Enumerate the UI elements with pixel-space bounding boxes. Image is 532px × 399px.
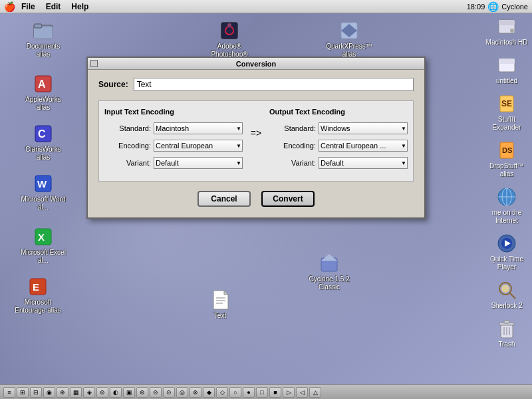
icon-appleworks-alias[interactable]: A AppleWorks alias bbox=[20, 73, 66, 112]
icon-stuffit[interactable]: SE StuffIt Expander bbox=[484, 93, 529, 132]
icon-macintosh-hd[interactable]: Macintosh HD bbox=[484, 16, 529, 47]
taskbar-btn-14[interactable]: ◎ bbox=[176, 387, 188, 398]
taskbar-btn-5[interactable]: ⊕ bbox=[57, 387, 68, 398]
input-standard-select-wrapper: Macintosh Windows bbox=[154, 122, 243, 134]
taskbar-btn-1[interactable]: ≡ bbox=[3, 387, 15, 398]
taskbar-btn-17[interactable]: ◇ bbox=[216, 387, 228, 398]
svg-text:A: A bbox=[38, 78, 46, 90]
taskbar-btn-18[interactable]: ○ bbox=[229, 387, 241, 398]
text-doc-icon bbox=[209, 289, 231, 311]
taskbar-btn-3[interactable]: ⊟ bbox=[30, 387, 42, 398]
input-encoding-field: Encoding: Central European Western Europ… bbox=[104, 140, 243, 152]
dialog-title: Conversion bbox=[236, 60, 277, 68]
icon-text-doc-label: Text bbox=[214, 312, 226, 320]
taskbar-btn-2[interactable]: ⊞ bbox=[17, 387, 29, 398]
svg-text:C: C bbox=[38, 128, 46, 140]
icon-dropstuff[interactable]: DS DropStuff™ alias bbox=[484, 140, 529, 178]
dialog-close-button[interactable] bbox=[90, 60, 98, 67]
svg-text:W: W bbox=[37, 178, 47, 190]
conversion-dialog: Conversion Source: Input Text Encoding S… bbox=[86, 57, 426, 219]
msentourage-icon: E bbox=[27, 276, 49, 297]
icon-msentourage-alias[interactable]: E Microsoft Entourage alias bbox=[15, 276, 61, 315]
input-encoding-select[interactable]: Central European Western European bbox=[154, 140, 243, 152]
input-variant-field: Variant: Default bbox=[104, 157, 243, 169]
icon-quicktime-player[interactable]: Quick Time Player bbox=[484, 233, 529, 271]
quarkxpress-icon bbox=[338, 20, 360, 41]
output-encoding-select[interactable]: Central European ... Western European bbox=[319, 140, 408, 152]
icon-stuffit-label: StuffIt Expander bbox=[484, 116, 529, 132]
icon-claris-alias[interactable]: C ClarisWorks alias bbox=[20, 123, 66, 162]
svg-text:DS: DS bbox=[502, 146, 512, 154]
untitled-drive-icon bbox=[496, 55, 517, 76]
input-standard-label: Standard: bbox=[104, 124, 151, 132]
menu-time: 18:09 bbox=[467, 3, 485, 11]
taskbar-btn-13[interactable]: ⊙ bbox=[163, 387, 175, 398]
folder-icon bbox=[33, 20, 54, 41]
cancel-button[interactable]: Cancel bbox=[198, 191, 251, 207]
taskbar-btn-11[interactable]: ⊛ bbox=[136, 387, 148, 398]
arrow-icon: => bbox=[251, 128, 261, 138]
input-encoding-label: Encoding: bbox=[104, 142, 151, 150]
apple-menu[interactable]: 🍎 bbox=[3, 1, 16, 12]
quicktime-icon bbox=[496, 233, 517, 254]
sherlock-icon bbox=[496, 279, 517, 301]
taskbar-btn-9[interactable]: ◐ bbox=[110, 387, 122, 398]
menu-file[interactable]: File bbox=[16, 2, 41, 11]
output-standard-select-wrapper: Windows Macintosh bbox=[319, 122, 408, 134]
menu-help[interactable]: Help bbox=[66, 2, 94, 11]
input-encoding-select-wrapper: Central European Western European bbox=[154, 140, 243, 152]
icon-cyclone-classic[interactable]: Cyclone 1.5.2 Classic bbox=[306, 253, 352, 291]
svg-line-42 bbox=[510, 293, 515, 299]
dialog-body: Source: Input Text Encoding Standard: Ma… bbox=[88, 70, 424, 217]
output-variant-field: Variant: Default bbox=[269, 157, 408, 169]
icon-appleworks-label: AppleWorks alias bbox=[20, 96, 66, 112]
output-variant-select[interactable]: Default bbox=[319, 157, 408, 169]
source-row: Source: bbox=[98, 78, 414, 91]
network-icon: 🌐 bbox=[487, 1, 499, 12]
source-input[interactable] bbox=[134, 78, 414, 91]
svg-text:X: X bbox=[38, 231, 45, 243]
taskbar-btn-15[interactable]: ⊗ bbox=[190, 387, 201, 398]
icon-untitled-label: untitled bbox=[496, 77, 517, 85]
desktop: 🍎 File Edit Help 18:09 🌐 Cyclone Documen… bbox=[0, 0, 532, 399]
svg-point-27 bbox=[510, 29, 514, 33]
icon-me-internet[interactable]: me on the Internet bbox=[484, 186, 529, 225]
icon-text-doc[interactable]: Text bbox=[197, 289, 243, 320]
input-variant-select[interactable]: Default bbox=[154, 157, 243, 169]
taskbar-btn-8[interactable]: ⊜ bbox=[96, 387, 108, 398]
output-standard-select[interactable]: Windows Macintosh bbox=[319, 122, 408, 134]
taskbar-btn-22[interactable]: ▷ bbox=[283, 387, 295, 398]
taskbar-btn-7[interactable]: ◈ bbox=[83, 387, 95, 398]
taskbar-btn-16[interactable]: ◆ bbox=[203, 387, 215, 398]
encoding-panels: Input Text Encoding Standard: Macintosh … bbox=[98, 100, 414, 182]
cyclone-icon bbox=[319, 253, 340, 274]
taskbar-btn-6[interactable]: ▦ bbox=[70, 387, 82, 398]
output-standard-field: Standard: Windows Macintosh bbox=[269, 122, 408, 134]
input-encoding-panel: Input Text Encoding Standard: Macintosh … bbox=[104, 108, 243, 174]
taskbar-btn-24[interactable]: △ bbox=[309, 387, 321, 398]
icon-msword-alias[interactable]: W Microsoft Word al... bbox=[20, 173, 66, 211]
taskbar-btn-19[interactable]: ● bbox=[243, 387, 255, 398]
taskbar-btn-10[interactable]: ▣ bbox=[123, 387, 135, 398]
taskbar-btn-4[interactable]: ◉ bbox=[43, 387, 55, 398]
taskbar-btn-20[interactable]: □ bbox=[256, 387, 268, 398]
convert-button[interactable]: Convert bbox=[261, 191, 315, 207]
icon-trash[interactable]: Trash bbox=[484, 318, 529, 348]
icon-sherlock2[interactable]: Sherlock 2 bbox=[484, 279, 529, 310]
input-standard-select[interactable]: Macintosh Windows bbox=[154, 122, 243, 134]
dialog-titlebar: Conversion bbox=[88, 58, 424, 70]
input-standard-field: Standard: Macintosh Windows bbox=[104, 122, 243, 134]
svg-rect-29 bbox=[499, 59, 515, 64]
menu-edit[interactable]: Edit bbox=[41, 2, 66, 11]
hard-drive-icon bbox=[496, 16, 517, 37]
icon-documents-alias[interactable]: Documents alias bbox=[20, 20, 66, 59]
icon-untitled[interactable]: untitled bbox=[484, 55, 529, 85]
svg-rect-2 bbox=[34, 24, 42, 28]
icon-msexcel-alias[interactable]: X Microsoft Excel al... bbox=[20, 226, 66, 265]
taskbar-btn-21[interactable]: ■ bbox=[269, 387, 281, 398]
dialog-buttons: Cancel Convert bbox=[98, 191, 414, 207]
taskbar-btn-23[interactable]: ◁ bbox=[296, 387, 308, 398]
taskbar-btn-12[interactable]: ⊝ bbox=[150, 387, 162, 398]
icon-quarkxpress-alias[interactable]: QuarkXPress™ alias bbox=[326, 20, 372, 59]
input-panel-title: Input Text Encoding bbox=[104, 108, 243, 116]
